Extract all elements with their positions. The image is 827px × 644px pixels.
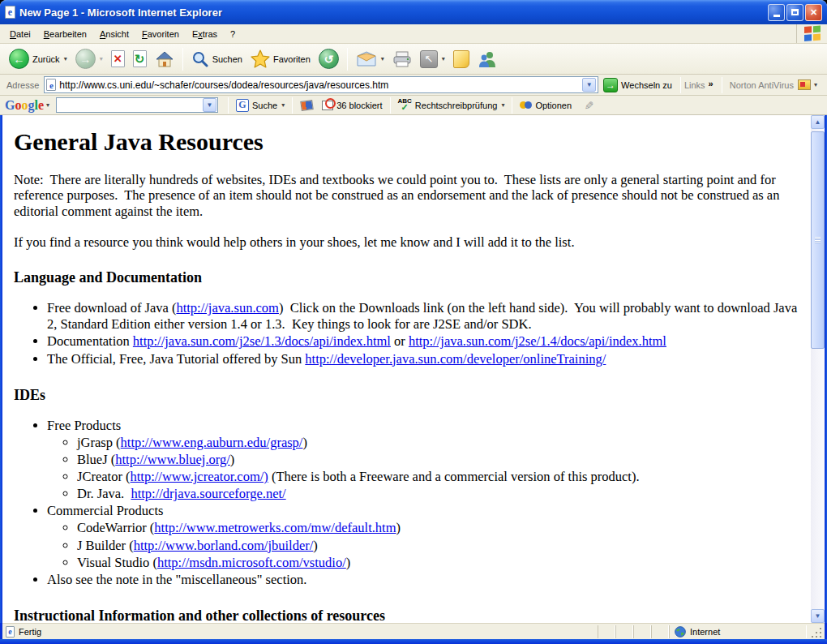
options-label: Optionen xyxy=(535,101,572,110)
back-dropdown-icon[interactable]: ▾ xyxy=(64,55,67,62)
paragraph: If you find a resource you think would h… xyxy=(14,234,798,250)
resize-grip[interactable] xyxy=(812,626,823,638)
home-button[interactable] xyxy=(151,48,178,71)
scrollbar-thumb[interactable] xyxy=(811,131,825,349)
go-button[interactable]: → Wechseln zu xyxy=(603,78,672,92)
page-link[interactable]: http://www.metrowerks.com/mw/default.htm xyxy=(154,520,396,535)
edit-dropdown-icon[interactable]: ▾ xyxy=(442,55,445,62)
refresh-button[interactable]: ↻ xyxy=(129,48,151,70)
status-message-panel: e Fertig xyxy=(6,626,598,638)
maximize-icon xyxy=(791,9,799,15)
highlighter-icon[interactable]: ✎ xyxy=(582,101,595,110)
forward-button[interactable]: → ▾ xyxy=(71,46,107,71)
forward-icon: → xyxy=(75,49,96,69)
page-text: JCreator ( xyxy=(77,469,131,484)
back-button[interactable]: ← Zurück ▾ xyxy=(5,46,71,71)
norton-icon[interactable] xyxy=(798,79,811,90)
close-button[interactable]: ✕ xyxy=(805,4,822,21)
refresh-icon: ↻ xyxy=(133,50,147,67)
google-dropdown-icon[interactable]: ▾ xyxy=(46,101,49,109)
edit-button[interactable]: ↖ ▾ xyxy=(416,48,449,71)
google-logo[interactable]: Google xyxy=(5,98,44,113)
page-link[interactable]: http://www.borland.com/jbuilder/ xyxy=(134,538,314,553)
spellcheck-dropdown-icon[interactable]: ▾ xyxy=(501,101,504,109)
menu-bar: DateiBearbeitenAnsichtFavoritenExtras? xyxy=(0,24,827,44)
list-item: Also see the note in the "miscellaneous"… xyxy=(47,572,798,588)
back-label: Zurück xyxy=(32,54,60,64)
page-text: Dr. Java. xyxy=(77,486,131,501)
separator xyxy=(680,77,681,93)
spellcheck-button[interactable]: ABC✓ Rechtschreibprüfung ▾ xyxy=(394,97,509,114)
spellcheck-label: Rechtschreibprüfung xyxy=(415,101,498,110)
google-search-button[interactable]: G Suche ▾ xyxy=(232,97,289,114)
popup-blocker-button[interactable]: 36 blockiert xyxy=(318,98,386,113)
google-search-options-dropdown-icon[interactable]: ▾ xyxy=(281,101,285,109)
page-link[interactable]: http://java.sun.com/j2se/1.4/docs/api/in… xyxy=(409,333,666,349)
google-search-dropdown-icon[interactable]: ▼ xyxy=(203,98,216,112)
address-url[interactable]: http://www.cs.uni.edu/~schafer/courses/d… xyxy=(59,79,582,91)
menu-item-datei[interactable]: Datei xyxy=(3,27,37,41)
print-button[interactable] xyxy=(388,48,416,71)
page-text: If you find a resource you think would h… xyxy=(14,234,575,250)
popup-blocked-icon xyxy=(322,101,333,110)
stop-button[interactable]: ✕ xyxy=(107,48,129,70)
status-bar: e Fertig Internet xyxy=(2,623,825,639)
address-input[interactable]: e http://www.cs.uni.edu/~schafer/courses… xyxy=(44,76,598,93)
address-dropdown-button[interactable]: ▼ xyxy=(582,78,596,92)
toolbar-separator xyxy=(182,48,183,71)
maximize-button[interactable] xyxy=(786,4,803,21)
scroll-up-button[interactable]: ▲ xyxy=(811,115,825,129)
page-text: Free Products xyxy=(47,418,121,433)
discuss-button[interactable] xyxy=(449,48,473,71)
favorites-star-icon xyxy=(251,49,270,68)
norton-label[interactable]: Norton AntiVirus xyxy=(730,80,794,90)
page-link[interactable]: http://java.sun.com/j2se/1.3/docs/api/in… xyxy=(133,333,391,349)
page-link[interactable]: http://java.sun.com xyxy=(176,300,278,316)
mail-button[interactable]: ▾ xyxy=(352,49,388,70)
mail-icon xyxy=(356,51,377,67)
page-link[interactable]: http://www.jcreator.com/) xyxy=(131,469,268,484)
scroll-down-button[interactable]: ▼ xyxy=(811,609,825,623)
menu-item-ansicht[interactable]: Ansicht xyxy=(93,27,135,41)
window-border-bottom xyxy=(0,639,827,644)
menu-item-extras[interactable]: Extras xyxy=(186,27,224,41)
main-toolbar: ← Zurück ▾ → ▾ ✕ ↻ Suchen xyxy=(0,44,827,75)
page-text: ) xyxy=(302,435,307,450)
search-button[interactable]: Suchen xyxy=(187,48,246,71)
search-icon xyxy=(191,50,209,68)
print-icon xyxy=(392,50,412,68)
page-link[interactable]: http://drjava.sourceforge.net/ xyxy=(131,486,285,501)
separator xyxy=(722,77,722,93)
page-link[interactable]: http://developer.java.sun.com/developer/… xyxy=(305,351,606,367)
messenger-button[interactable] xyxy=(473,48,501,71)
menu-item-favoriten[interactable]: Favoriten xyxy=(135,27,186,41)
page-link[interactable]: http://msdn.microsoft.com/vstudio/ xyxy=(157,555,346,570)
page-title: General Java Resources xyxy=(14,128,798,156)
mail-dropdown-icon[interactable]: ▾ xyxy=(381,55,384,62)
list-item: Visual Studio (http://msdn.microsoft.com… xyxy=(77,555,798,571)
page-info-icon[interactable] xyxy=(300,100,314,111)
edit-icon: ↖ xyxy=(420,50,438,68)
favorites-button[interactable]: Favoriten xyxy=(246,47,315,71)
vertical-scrollbar[interactable]: ▲ ▼ xyxy=(811,115,825,623)
list-item: The Official, Free, Java Tutorial offere… xyxy=(47,351,798,367)
menu-item-bearbeiten[interactable]: Bearbeiten xyxy=(37,27,93,41)
paragraph: Note: There are literally hundreds of we… xyxy=(14,172,798,219)
list-item: Commercial ProductsCodeWarrior (http://w… xyxy=(47,503,798,571)
page-text: Commercial Products xyxy=(47,503,163,518)
page-text: ) xyxy=(230,452,235,467)
links-chevron-icon[interactable]: » xyxy=(709,79,713,88)
minimize-button[interactable] xyxy=(768,4,785,21)
options-button[interactable]: Optionen xyxy=(516,98,576,113)
links-label[interactable]: Links xyxy=(684,80,705,90)
menu-item-[interactable]: ? xyxy=(224,27,242,41)
forward-dropdown-icon: ▾ xyxy=(100,55,103,62)
norton-dropdown-icon[interactable]: ▾ xyxy=(814,81,817,88)
google-search-input[interactable]: ▼ xyxy=(56,97,218,113)
page-link[interactable]: http://www.eng.auburn.edu/grasp/ xyxy=(121,435,303,450)
page-link[interactable]: http://www.bluej.org/ xyxy=(115,452,230,467)
stop-icon: ✕ xyxy=(111,50,125,67)
history-button[interactable]: ↺ xyxy=(315,46,343,71)
home-icon xyxy=(155,50,174,68)
section-heading: Language and Documentation xyxy=(14,269,798,286)
